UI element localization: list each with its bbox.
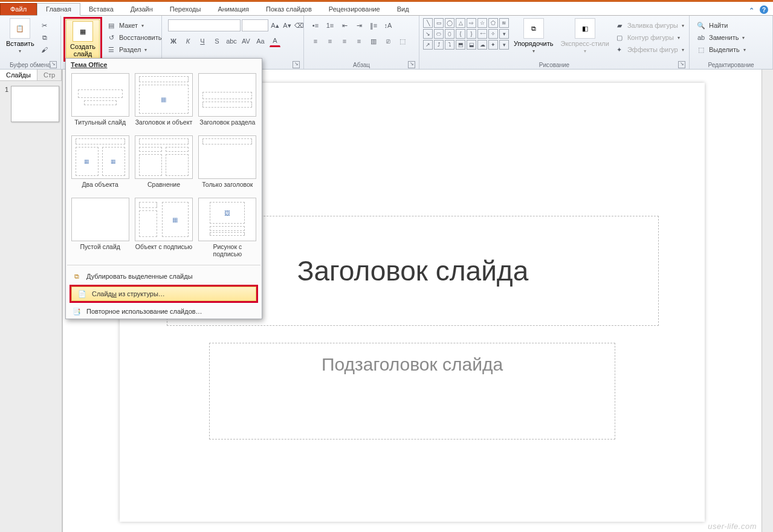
help-icon[interactable]: ? — [760, 5, 768, 14]
shapes-gallery[interactable]: ╲▭◯△⇨☆⬠≋ ↘⬭⬯{}⬳✧▾ ↗⤴⤵⬒⬓☁✦▾ — [422, 17, 510, 51]
layout-picture-caption[interactable]: 🖼 Рисунок с подписью — [198, 198, 257, 258]
outline-icon: ▢ — [614, 32, 625, 43]
arrange-button[interactable]: ⧉ Упорядочить ▾ — [510, 17, 557, 55]
font-size-combo[interactable] — [242, 19, 268, 31]
select-button[interactable]: ⬚Выделить▾ — [694, 44, 747, 56]
font-family-combo[interactable] — [168, 19, 241, 31]
subtitle-placeholder[interactable]: Подзаголовок слайда — [209, 343, 615, 440]
char-spacing-icon[interactable]: AV — [241, 36, 251, 47]
copy-icon[interactable]: ⧉ — [39, 32, 50, 43]
scrollbar-vertical[interactable] — [762, 70, 773, 532]
outline-import-icon: 📄 — [77, 289, 87, 299]
columns-icon[interactable]: ▥ — [368, 36, 379, 47]
slide-thumb-1[interactable]: 1 — [2, 86, 59, 122]
arrange-icon: ⧉ — [523, 18, 544, 39]
dialog-launcher-icon[interactable]: ↘ — [293, 61, 300, 68]
new-slide-button[interactable]: ▦ Создать слайд — [66, 19, 100, 59]
ribbon-tabs: Файл Главная Вставка Дизайн Переходы Ани… — [0, 2, 773, 16]
tab-animation[interactable]: Анимация — [209, 4, 257, 15]
menu-slides-from-outline[interactable]: 📄Слайды из структуры… — [71, 287, 256, 301]
tab-file[interactable]: Файл — [0, 3, 37, 15]
group-label-editing: Редактирование — [708, 62, 754, 68]
highlight-slides-from-outline: 📄Слайды из структуры… — [70, 285, 258, 303]
text-direction-icon[interactable]: ↕A — [383, 20, 393, 31]
change-case-icon[interactable]: Aa — [255, 36, 266, 47]
layout-title-content[interactable]: ▦ Заголовок и объект — [134, 73, 193, 133]
find-button[interactable]: 🔍Найти — [694, 19, 729, 31]
strike-icon[interactable]: S — [212, 36, 222, 47]
layout-title-only[interactable]: Только заголовок — [198, 135, 257, 195]
effects-icon: ✦ — [614, 44, 625, 55]
layout-button[interactable]: ▤Макет▾ — [105, 19, 163, 31]
align-left-icon[interactable]: ≡ — [310, 36, 321, 47]
layout-blank[interactable]: Пустой слайд — [71, 198, 129, 258]
layout-two-content[interactable]: ▦▦ Два объекта — [71, 135, 129, 195]
align-center-icon[interactable]: ≡ — [325, 36, 335, 47]
panel-tab-outline[interactable]: Стр — [37, 70, 62, 80]
layout-section-header[interactable]: Заголовок раздела — [198, 73, 257, 133]
line-spacing-icon[interactable]: ‖≡ — [368, 20, 379, 31]
shape-effects-button[interactable]: ✦Эффекты фигур▾ — [613, 44, 685, 56]
dialog-launcher-icon[interactable]: ↘ — [678, 61, 685, 68]
shadow-icon[interactable]: abc — [226, 36, 237, 47]
layout-title-slide[interactable]: Титульный слайд — [71, 73, 129, 133]
menu-reuse-slides[interactable]: 📑Повторное использование слайдов… — [66, 304, 262, 319]
tab-insert[interactable]: Вставка — [80, 4, 122, 15]
italic-icon[interactable]: К — [183, 36, 193, 47]
tab-design[interactable]: Дизайн — [122, 4, 161, 15]
styles-icon: ◧ — [575, 18, 595, 39]
shape-outline-button[interactable]: ▢Контур фигуры▾ — [613, 31, 685, 44]
layout-icon: ▤ — [106, 20, 117, 31]
dialog-launcher-icon[interactable]: ↘ — [408, 61, 415, 68]
reuse-icon: 📑 — [72, 307, 82, 316]
tab-home[interactable]: Главная — [37, 3, 80, 16]
clipboard-icon: 📋 — [10, 18, 30, 39]
font-color-icon[interactable]: A — [270, 35, 280, 47]
duplicate-icon: ⧉ — [72, 271, 82, 281]
paste-button[interactable]: 📋 Вставить ▾ — [2, 17, 38, 55]
minimize-ribbon-icon[interactable]: ⌃ — [746, 5, 756, 15]
reset-icon: ↺ — [106, 32, 117, 43]
section-button[interactable]: ☰Раздел▾ — [105, 44, 163, 56]
menu-duplicate-slides[interactable]: ⧉Дублировать выделенные слайды — [66, 269, 262, 284]
gallery-header: Тема Office — [66, 59, 262, 71]
tab-slideshow[interactable]: Показ слайдов — [257, 4, 320, 15]
clear-format-icon[interactable]: ⌫ — [294, 20, 305, 31]
underline-icon[interactable]: Ч — [197, 36, 208, 47]
numbering-icon[interactable]: 1≡ — [325, 20, 335, 31]
watermark: user-life.com — [708, 522, 757, 531]
grow-font-icon[interactable]: A▴ — [270, 20, 280, 31]
format-painter-icon[interactable]: 🖌 — [39, 44, 50, 55]
justify-icon[interactable]: ≡ — [354, 36, 364, 47]
indent-dec-icon[interactable]: ⇤ — [339, 20, 350, 31]
panel-tab-slides[interactable]: Слайды — [0, 70, 37, 80]
indent-inc-icon[interactable]: ⇥ — [354, 20, 364, 31]
slide-panel: Слайды Стр 1 — [0, 70, 62, 532]
bold-icon[interactable]: Ж — [168, 36, 179, 47]
highlight-new-slide: ▦ Создать слайд — [63, 17, 102, 62]
tab-transitions[interactable]: Переходы — [161, 4, 210, 15]
new-slide-gallery: Тема Office Титульный слайд ▦ Заголовок … — [65, 58, 262, 319]
smartart-icon[interactable]: ⬚ — [397, 36, 408, 47]
replace-icon: ab — [696, 32, 707, 43]
new-slide-icon: ▦ — [73, 21, 93, 42]
layout-comparison[interactable]: Сравнение — [134, 135, 193, 195]
replace-button[interactable]: abЗаменить▾ — [694, 31, 746, 44]
bullets-icon[interactable]: •≡ — [310, 20, 321, 31]
align-right-icon[interactable]: ≡ — [339, 36, 350, 47]
tab-view[interactable]: Вид — [389, 4, 418, 15]
select-icon: ⬚ — [696, 44, 707, 55]
shape-fill-button[interactable]: ▰Заливка фигуры▾ — [613, 19, 685, 31]
layout-content-caption[interactable]: ▦ Объект с подписью — [134, 198, 193, 258]
tab-review[interactable]: Рецензирование — [320, 4, 389, 15]
group-label-clipboard: Буфер обмена — [10, 62, 51, 68]
dialog-launcher-icon[interactable]: ↘ — [50, 61, 57, 68]
group-label-paragraph: Абзац — [353, 62, 370, 68]
align-text-icon[interactable]: ⎚ — [383, 36, 393, 47]
shrink-font-icon[interactable]: A▾ — [282, 20, 293, 31]
section-icon: ☰ — [106, 44, 117, 55]
quick-styles-button[interactable]: ◧ Экспресс-стили ▾ — [557, 17, 612, 55]
fill-icon: ▰ — [614, 20, 625, 31]
reset-button[interactable]: ↺Восстановить — [105, 31, 163, 44]
cut-icon[interactable]: ✂ — [39, 20, 50, 31]
